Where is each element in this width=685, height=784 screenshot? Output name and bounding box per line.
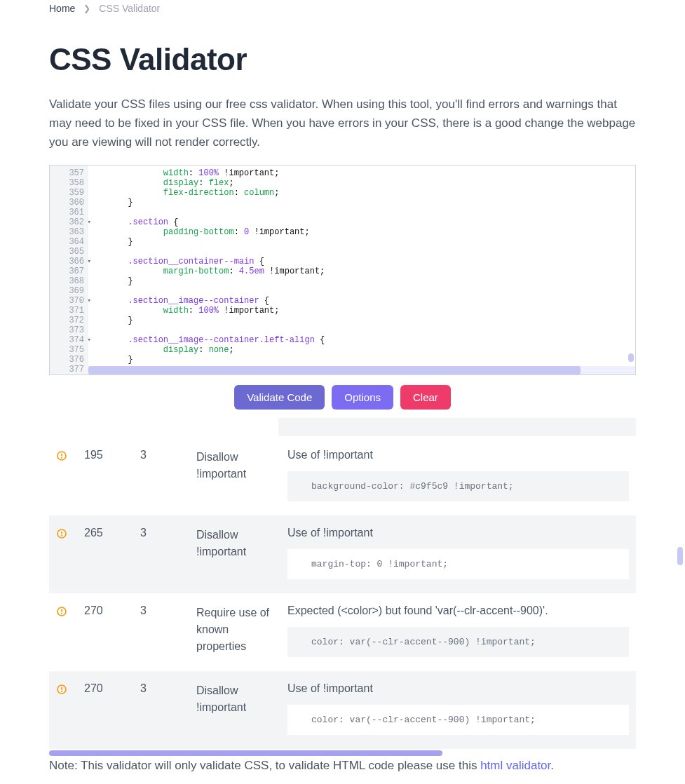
line-number: 363 (53, 227, 84, 237)
code-line[interactable] (93, 286, 631, 296)
code-line[interactable]: } (93, 276, 631, 286)
code-line[interactable]: width: 100% !important; (93, 168, 631, 178)
svg-point-5 (62, 535, 62, 536)
line-number: 368 (53, 276, 84, 286)
code-line[interactable] (93, 247, 631, 257)
note-prefix: Note: This validator will only validate … (49, 759, 480, 772)
warning-icon-cell (56, 682, 77, 735)
result-row: 2703Require use of known propertiesExpec… (49, 593, 636, 671)
editor-hscroll-track[interactable] (88, 366, 635, 374)
code-line[interactable]: .section__container--main { (93, 257, 631, 266)
code-line[interactable]: } (93, 355, 631, 365)
code-line[interactable] (93, 208, 631, 217)
code-line[interactable]: .section__image--container { (93, 296, 631, 306)
result-message: Use of !important (287, 527, 629, 539)
line-number: 360 (53, 198, 84, 208)
warning-icon-cell (56, 527, 77, 579)
result-line: 270 (84, 604, 133, 657)
result-rule: Disallow !important (196, 449, 280, 501)
validate-button[interactable]: Validate Code (234, 385, 325, 410)
result-snippet: color: var(--clr-accent--900) !important… (287, 627, 629, 657)
result-row: 2703Disallow !importantUse of !important… (49, 671, 636, 749)
options-button[interactable]: Options (332, 385, 393, 410)
line-number: 364 (53, 237, 84, 247)
editor-vscroll-thumb[interactable] (628, 353, 634, 362)
footer-note: Note: This validator will only validate … (49, 759, 636, 773)
code-line[interactable] (93, 325, 631, 335)
result-line: 265 (84, 527, 133, 579)
result-column: 3 (140, 449, 189, 501)
line-number: 372 (53, 316, 84, 325)
result-column: 3 (140, 527, 189, 579)
line-number: 362 (53, 217, 84, 227)
code-editor[interactable]: 3573583593603613623633643653663673683693… (49, 165, 636, 375)
clear-button[interactable]: Clear (400, 385, 451, 410)
page-title: CSS Validator (49, 42, 636, 77)
svg-point-8 (62, 613, 62, 614)
editor-hscroll-thumb[interactable] (88, 366, 581, 374)
result-snippet: margin-top: 0 !important; (287, 549, 629, 579)
result-column: 3 (140, 682, 189, 735)
code-line[interactable]: .section { (93, 217, 631, 227)
result-message-cell: Expected (<color>) but found 'var(--clr-… (287, 604, 629, 657)
html-validator-link[interactable]: html validator (480, 759, 550, 772)
warning-icon (56, 528, 67, 579)
code-line[interactable]: } (93, 237, 631, 247)
code-line[interactable]: display: flex; (93, 178, 631, 188)
code-line[interactable]: margin-bottom: 4.5em !important; (93, 266, 631, 276)
note-suffix: . (550, 759, 554, 772)
result-row: 2653Disallow !importantUse of !important… (49, 515, 636, 593)
warning-icon-cell (56, 604, 77, 657)
breadcrumb-current: CSS Validator (99, 3, 160, 14)
result-line: 270 (84, 682, 133, 735)
code-line[interactable]: padding-bottom: 0 !important; (93, 227, 631, 237)
result-rule: Require use of known properties (196, 604, 280, 657)
breadcrumb-home[interactable]: Home (49, 3, 75, 14)
svg-point-2 (62, 457, 62, 458)
code-line[interactable]: width: 100% !important; (93, 306, 631, 316)
result-column: 3 (140, 604, 189, 657)
result-rule: Disallow !important (196, 682, 280, 735)
breadcrumb: Home ❯ CSS Validator (49, 0, 636, 21)
code-line[interactable]: .section__image--container.left-align { (93, 335, 631, 345)
result-snippet: background-color: #c9f5c9 !important; (287, 471, 629, 501)
code-line[interactable]: } (93, 316, 631, 325)
line-number: 369 (53, 286, 84, 296)
results-hscroll-track[interactable] (49, 750, 636, 756)
line-number: 377 (53, 365, 84, 374)
results-hscroll-thumb[interactable] (49, 750, 442, 756)
line-number: 361 (53, 208, 84, 217)
line-number: 359 (53, 188, 84, 198)
line-number: 374 (53, 335, 84, 345)
warning-icon-cell (56, 449, 77, 501)
results-panel: 1953Disallow !importantUse of !important… (49, 418, 636, 756)
chevron-right-icon: ❯ (83, 4, 90, 13)
result-message-cell: Use of !importantcolor: var(--clr-accent… (287, 682, 629, 735)
warning-icon (56, 684, 67, 735)
code-line[interactable]: flex-direction: column; (93, 188, 631, 198)
result-message: Use of !important (287, 449, 629, 461)
line-number: 373 (53, 325, 84, 335)
code-line[interactable]: display: none; (93, 345, 631, 355)
line-number: 358 (53, 178, 84, 188)
line-number: 365 (53, 247, 84, 257)
result-row: 1953Disallow !importantUse of !important… (49, 438, 636, 515)
editor-gutter: 3573583593603613623633643653663673683693… (50, 165, 88, 374)
line-number: 370 (53, 296, 84, 306)
line-number: 367 (53, 266, 84, 276)
result-rule: Disallow !important (196, 527, 280, 579)
action-bar: Validate Code Options Clear (49, 375, 636, 418)
results-vscroll-thumb[interactable] (677, 547, 683, 565)
warning-icon (56, 606, 67, 657)
result-message: Use of !important (287, 682, 629, 695)
editor-code-area[interactable]: width: 100% !important; display: flex; f… (88, 165, 635, 374)
result-message-cell: Use of !importantmargin-top: 0 !importan… (287, 527, 629, 579)
code-line[interactable]: } (93, 198, 631, 208)
warning-icon (56, 450, 67, 501)
result-snippet: color: var(--clr-accent--900) !important… (287, 705, 629, 735)
page-intro: Validate your CSS files using our free c… (49, 95, 636, 152)
svg-point-11 (62, 691, 62, 691)
line-number: 357 (53, 168, 84, 178)
line-number: 366 (53, 257, 84, 266)
line-number: 371 (53, 306, 84, 316)
